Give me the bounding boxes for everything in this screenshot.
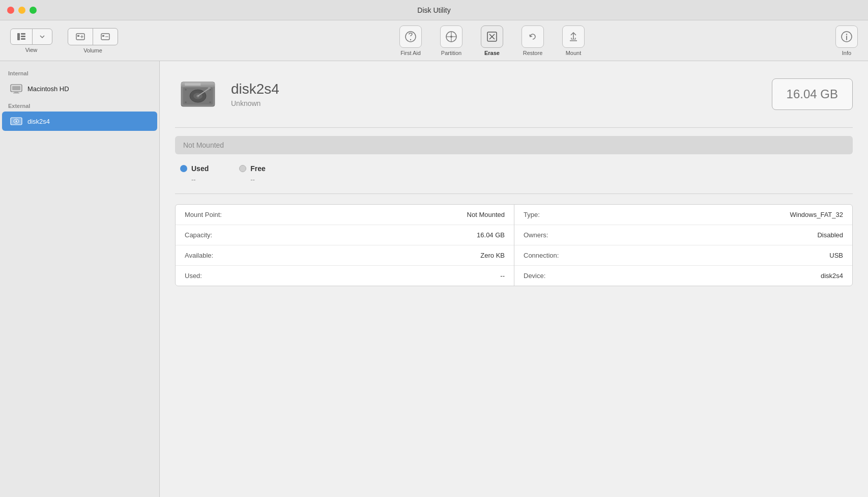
svg-rect-2 [21, 36, 25, 37]
info-key: Type: [524, 211, 540, 218]
view-group: View [10, 29, 52, 53]
toolbar: View Volume [0, 20, 868, 61]
view-buttons [10, 29, 52, 45]
erase-button[interactable]: Erase [474, 25, 510, 56]
info-table: Mount Point: Not Mounted Capacity: 16.04… [176, 205, 852, 286]
window-title: Disk Utility [417, 6, 450, 14]
info-value: Disabled [817, 231, 843, 239]
mount-label: Mount [566, 50, 582, 56]
remove-volume-icon [100, 32, 110, 42]
external-section-label: External [0, 99, 159, 111]
table-row: Used: -- [176, 266, 514, 286]
add-volume-icon [75, 32, 85, 42]
used-value: -- [180, 176, 209, 183]
disk-type: Unknown [231, 99, 772, 107]
volume-label: Volume [83, 47, 102, 53]
info-button[interactable]: Info [835, 25, 858, 56]
close-button[interactable] [7, 7, 14, 14]
svg-point-42 [185, 101, 187, 103]
info-value: -- [500, 272, 505, 280]
toolbar-actions: First Aid Partition [149, 25, 835, 56]
svg-point-41 [209, 89, 211, 91]
info-value: Zero KB [480, 252, 505, 259]
sidebar-item-disk2s4[interactable]: disk2s4 [2, 112, 157, 131]
disk-header: disk2s4 Unknown 16.04 GB [175, 71, 853, 117]
main-layout: Internal Macintosh HD External [0, 61, 868, 497]
used-item: Used -- [180, 164, 209, 183]
disk2s4-icon [9, 114, 23, 128]
free-item: Free -- [239, 164, 266, 183]
free-value: -- [239, 176, 266, 183]
restore-button[interactable]: Restore [515, 25, 551, 56]
first-aid-button[interactable]: First Aid [393, 25, 428, 56]
table-row: Available: Zero KB [176, 245, 514, 266]
title-bar: Disk Utility [0, 0, 868, 20]
used-header: Used [180, 164, 209, 173]
svg-point-40 [185, 89, 187, 91]
free-label: Free [250, 164, 266, 173]
minimize-button[interactable] [18, 7, 25, 14]
disk-icon-container [175, 71, 221, 117]
usage-divider [175, 194, 853, 194]
svg-point-30 [16, 121, 17, 122]
table-row: Type: Windows_FAT_32 [514, 205, 852, 225]
used-label: Used [191, 164, 209, 173]
info-value: USB [829, 252, 843, 259]
mount-button[interactable]: Mount [556, 25, 591, 56]
partition-icon [440, 25, 462, 48]
table-row: Owners: Disabled [514, 225, 852, 245]
view-label: View [25, 47, 38, 53]
partition-button[interactable]: Partition [433, 25, 469, 56]
remove-volume-button[interactable] [93, 29, 118, 45]
disk-info: disk2s4 Unknown [231, 81, 772, 107]
info-value: Windows_FAT_32 [790, 211, 843, 218]
restore-label: Restore [523, 50, 543, 56]
table-row: Connection: USB [514, 245, 852, 266]
erase-icon [481, 25, 503, 48]
sidebar-item-macintosh-hd[interactable]: Macintosh HD [2, 79, 157, 98]
used-dot [180, 165, 187, 172]
info-key: Owners: [524, 231, 548, 239]
chevron-view-button[interactable] [32, 29, 52, 44]
maximize-button[interactable] [30, 7, 37, 14]
info-icon [835, 25, 858, 48]
svg-rect-44 [185, 83, 200, 86]
svg-rect-3 [21, 38, 25, 40]
sidebar-icon [17, 32, 26, 41]
svg-point-12 [410, 39, 411, 40]
info-table-container: Mount Point: Not Mounted Capacity: 16.04… [175, 204, 853, 286]
add-volume-button[interactable] [68, 29, 93, 45]
table-row: Mount Point: Not Mounted [176, 205, 514, 225]
info-value: disk2s4 [821, 272, 843, 280]
restore-icon [522, 25, 544, 48]
sidebar-view-button[interactable] [11, 29, 32, 44]
info-key: Mount Point: [185, 211, 222, 218]
first-aid-label: First Aid [400, 50, 421, 56]
info-value: Not Mounted [467, 211, 505, 218]
volume-group: Volume [68, 28, 118, 53]
svg-point-23 [846, 34, 847, 35]
svg-rect-26 [14, 92, 18, 93]
info-key: Used: [185, 272, 202, 280]
free-header: Free [239, 164, 266, 173]
svg-rect-9 [102, 35, 104, 37]
info-key: Device: [524, 272, 545, 280]
info-col-left: Mount Point: Not Mounted Capacity: 16.04… [176, 205, 514, 286]
info-col-right: Type: Windows_FAT_32 Owners: Disabled Co… [514, 205, 852, 286]
info-value: 16.04 GB [477, 231, 505, 239]
table-row: Capacity: 16.04 GB [176, 225, 514, 245]
internal-section-label: Internal [0, 66, 159, 78]
disk2s4-label: disk2s4 [27, 118, 50, 125]
svg-rect-1 [21, 33, 25, 35]
erase-label: Erase [484, 50, 500, 56]
disk-name: disk2s4 [231, 81, 772, 97]
mount-icon [562, 25, 585, 48]
usage-row: Used -- Free -- [175, 164, 853, 183]
info-key: Capacity: [185, 231, 212, 239]
svg-point-43 [209, 101, 211, 103]
info-key: Connection: [524, 252, 559, 259]
info-label: Info [842, 50, 851, 56]
svg-rect-5 [77, 35, 79, 37]
svg-point-16 [450, 36, 452, 38]
disk-image-icon [178, 74, 218, 115]
